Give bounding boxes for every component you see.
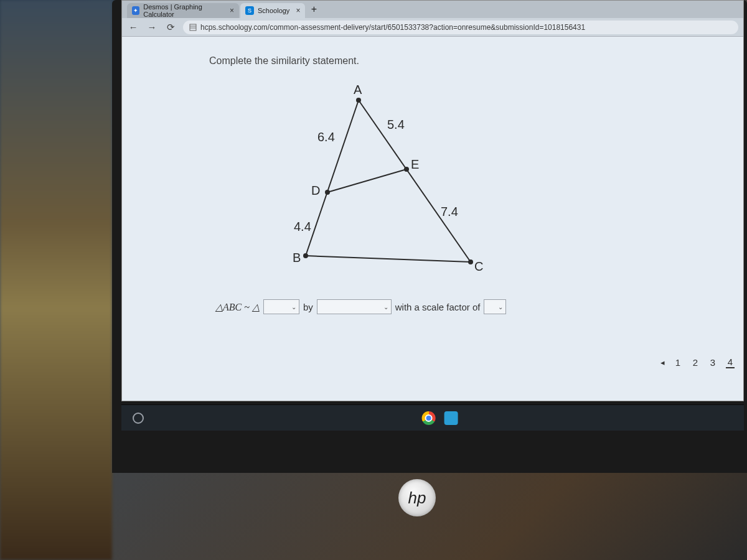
similarity-prefix: △ABC ~ △	[215, 301, 260, 313]
scale-select[interactable]: ⌄	[484, 299, 506, 314]
os-shelf	[121, 404, 744, 431]
answer-row: △ABC ~ △ ⌄ by ⌄ with a scale factor of ⌄	[215, 299, 718, 314]
browser-window: ✦ Desmos | Graphing Calculator × S Schoo…	[121, 0, 744, 401]
vertex-A: A	[354, 83, 362, 97]
nav-bar: ← → ⟳ hcps.schoology.com/common-assessme…	[122, 18, 743, 37]
back-button[interactable]: ←	[127, 22, 139, 32]
url-text: hcps.schoology.com/common-assessment-del…	[200, 23, 585, 32]
tab-desmos[interactable]: ✦ Desmos | Graphing Calculator ×	[127, 3, 239, 18]
svg-line-11	[327, 169, 406, 192]
search-circle-icon[interactable]	[133, 413, 144, 424]
chevron-down-icon: ⌄	[383, 304, 388, 310]
svg-line-7	[359, 100, 471, 262]
site-info-icon	[189, 24, 197, 31]
by-label: by	[303, 302, 313, 312]
hp-logo: hp	[398, 479, 436, 516]
page-2[interactable]: 2	[691, 357, 700, 368]
close-icon[interactable]: ×	[230, 6, 234, 15]
question-prompt: Complete the similarity statement.	[209, 55, 718, 67]
desmos-icon: ✦	[132, 6, 139, 15]
chevron-down-icon: ⌄	[291, 304, 296, 310]
page-3[interactable]: 3	[708, 357, 717, 368]
reason-select[interactable]: ⌄	[317, 299, 392, 314]
svg-line-8	[306, 256, 471, 262]
svg-rect-0	[190, 24, 196, 30]
close-icon[interactable]: ×	[296, 6, 300, 15]
len-EC: 7.4	[441, 205, 458, 219]
vertex-C: C	[474, 259, 483, 274]
len-AD: 6.4	[317, 130, 335, 144]
len-AE: 5.4	[387, 118, 405, 132]
chevron-down-icon: ⌄	[498, 304, 503, 310]
tab-schoology[interactable]: S Schoology ×	[240, 3, 305, 18]
tab-label: Schoology	[258, 7, 289, 14]
page-4[interactable]: 4	[726, 357, 735, 368]
vertex-B: B	[293, 251, 301, 265]
chrome-icon[interactable]	[422, 411, 436, 425]
tab-label: Desmos | Graphing Calculator	[143, 3, 223, 18]
page-1[interactable]: 1	[674, 357, 682, 368]
triangle-figure: A B C D E 6.4 5.4 4.4 7.4	[247, 82, 508, 287]
svg-line-6	[306, 100, 359, 256]
vertex-D: D	[311, 184, 320, 198]
question-pager: ◂ 1 2 3 4	[654, 353, 741, 372]
camera-app-icon[interactable]	[444, 411, 458, 425]
len-DB: 4.4	[294, 220, 311, 234]
url-bar[interactable]: hcps.schoology.com/common-assessment-del…	[183, 21, 738, 34]
schoology-icon: S	[245, 6, 254, 15]
tab-strip: ✦ Desmos | Graphing Calculator × S Schoo…	[122, 1, 743, 18]
new-tab-button[interactable]: +	[306, 2, 321, 17]
reload-button[interactable]: ⟳	[164, 22, 177, 33]
vertex-E: E	[411, 157, 419, 172]
triangle-select[interactable]: ⌄	[263, 299, 299, 314]
assessment-content: Complete the similarity statement. A B C…	[122, 37, 743, 401]
scale-label: with a scale factor of	[395, 302, 481, 312]
forward-button[interactable]: →	[146, 22, 158, 32]
pager-prev[interactable]: ◂	[660, 358, 665, 367]
